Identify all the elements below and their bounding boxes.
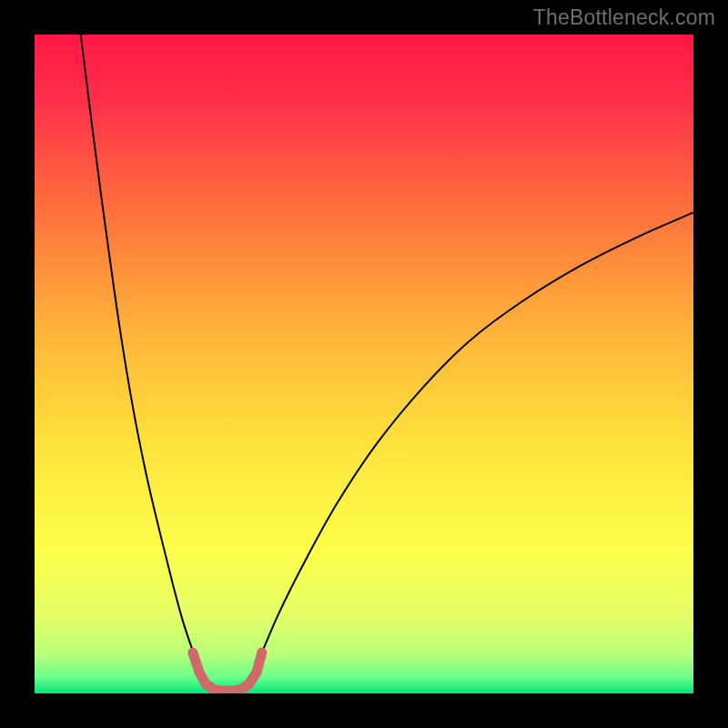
gradient-background <box>35 35 693 693</box>
plot-area <box>35 35 693 693</box>
chart-svg <box>35 35 693 693</box>
chart-frame: TheBottleneck.com <box>0 0 728 728</box>
watermark-text: TheBottleneck.com <box>533 5 715 30</box>
